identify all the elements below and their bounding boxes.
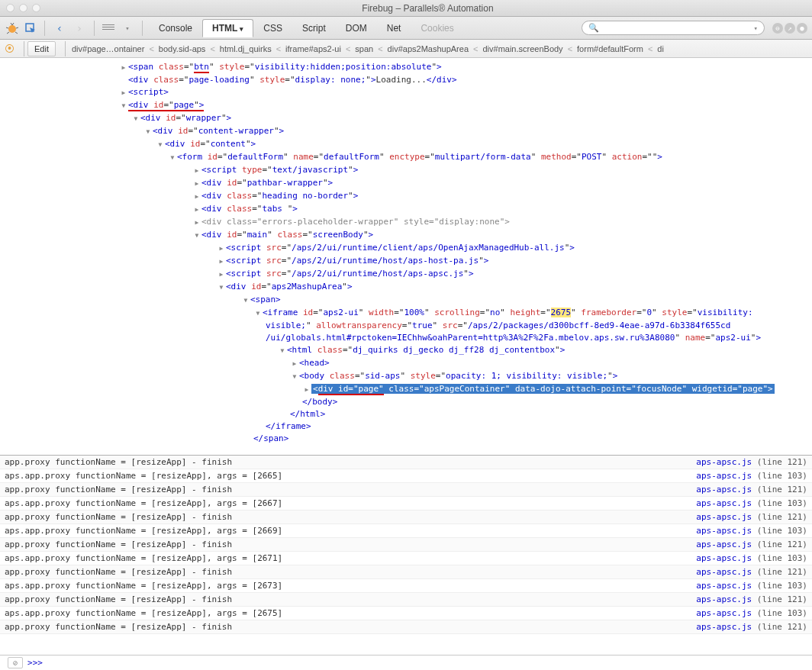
console-message: app.proxy functionName = [resizeApp] - f… [5,540,232,549]
console-source[interactable]: aps-apsc.js (line 103) [696,608,807,618]
breadcrumb-bar: ⦿ Edit div#page…ontainer < body.sid-aps … [0,40,812,58]
console-row: aps.app.proxy functionName = [resizeApp]… [0,524,812,538]
breakpoint-icon[interactable]: ⦿ [5,43,14,54]
search-input[interactable] [602,24,754,33]
console-input-bar: ⊘ >>> [0,655,812,670]
inspect-icon[interactable] [23,21,38,36]
console-row: app.proxy functionName = [resizeApp] - f… [0,456,812,469]
console-source[interactable]: aps-apsc.js (line 103) [696,498,807,508]
console-row: aps.app.proxy functionName = [resizeApp]… [0,607,812,620]
search-icon: 🔍 [588,23,599,33]
selected-node[interactable]: <div id="page" class="apsPageContainer" … [311,384,775,394]
crumb[interactable]: di [654,43,667,55]
firebug-icon[interactable] [5,21,20,36]
console-row: aps.app.proxy functionName = [resizeApp]… [0,552,812,565]
minimize-panel-icon[interactable]: ⊖ [772,23,783,34]
console-row: app.proxy functionName = [resizeApp] - f… [0,593,812,607]
console-message: app.proxy functionName = [resizeApp] - f… [5,594,232,604]
detach-panel-icon[interactable]: ↗ [785,23,795,34]
console-panel: app.proxy functionName = [resizeApp] - f… [0,455,812,655]
console-row: aps.app.proxy functionName = [resizeApp]… [0,579,812,593]
console-row: app.proxy functionName = [resizeApp] - f… [0,511,812,524]
close-window-icon[interactable] [6,4,14,12]
back-button[interactable]: ‹ [51,21,68,36]
console-source[interactable]: aps-apsc.js (line 121) [696,540,807,549]
crumb[interactable]: div#page…ontainer [69,43,147,55]
console-row: aps.app.proxy functionName = [resizeApp]… [0,469,812,483]
console-message: aps.app.proxy functionName = [resizeApp]… [5,498,282,508]
console-message: app.proxy functionName = [resizeApp] - f… [5,457,232,467]
crumb[interactable]: body.sid-aps [156,43,209,55]
console-source[interactable]: aps-apsc.js (line 103) [696,471,807,481]
console-prompt: >>> [27,658,43,668]
console-source[interactable]: aps-apsc.js (line 103) [696,526,807,536]
console-source[interactable]: aps-apsc.js (line 121) [696,512,807,522]
crumb[interactable]: form#defaultForm [574,43,646,55]
window-title: Firebug – Parallels® Automation [50,3,806,14]
tab-console[interactable]: Console [149,19,202,37]
tab-dom[interactable]: DOM [336,19,377,37]
console-message: app.proxy functionName = [resizeApp] - f… [5,485,232,494]
close-panel-icon[interactable]: ● [797,23,807,34]
console-source[interactable]: aps-apsc.js (line 121) [696,457,807,467]
crumb[interactable]: iframe#aps2-ui [282,43,344,55]
console-message: app.proxy functionName = [resizeApp] - f… [5,622,232,632]
crumb[interactable]: div#main.screenBody [479,43,566,55]
console-input[interactable] [47,658,807,668]
console-row: app.proxy functionName = [resizeApp] - f… [0,565,812,579]
panel-menu-icon[interactable] [101,22,116,34]
panel-menu-dropdown[interactable]: ▾ [119,21,136,36]
console-message: aps.app.proxy functionName = [resizeApp]… [5,553,282,563]
crumb[interactable]: span [352,43,376,55]
search-box[interactable]: 🔍 ▾ [582,21,765,35]
main-toolbar: ‹ › ▾ Console HTML▾ CSS Script DOM Net C… [0,17,812,40]
console-row: app.proxy functionName = [resizeApp] - f… [0,620,812,634]
console-source[interactable]: aps-apsc.js (line 121) [696,622,807,632]
forward-button[interactable]: › [71,21,88,36]
crumb[interactable]: html.dj_quirks [217,43,275,55]
minimize-window-icon[interactable] [19,4,27,12]
console-source[interactable]: aps-apsc.js (line 121) [696,485,807,494]
edit-button[interactable]: Edit [27,41,56,56]
titlebar: Firebug – Parallels® Automation [0,0,812,17]
crumb[interactable]: div#aps2MashupArea [385,43,472,55]
console-row: app.proxy functionName = [resizeApp] - f… [0,538,812,552]
console-source[interactable]: aps-apsc.js (line 103) [696,553,807,563]
console-source[interactable]: aps-apsc.js (line 121) [696,567,807,577]
console-message: aps.app.proxy functionName = [resizeApp]… [5,581,282,591]
tab-net[interactable]: Net [377,19,411,37]
console-row: aps.app.proxy functionName = [resizeApp]… [0,497,812,511]
console-source[interactable]: aps-apsc.js (line 103) [696,581,807,591]
clear-console-icon[interactable]: ⊘ [8,657,23,668]
zoom-window-icon[interactable] [32,4,40,12]
console-message: aps.app.proxy functionName = [resizeApp]… [5,471,282,481]
tab-css[interactable]: CSS [253,19,292,37]
html-tree[interactable]: <span class="btn" style="visibility:hidd… [0,58,812,455]
console-row: app.proxy functionName = [resizeApp] - f… [0,483,812,497]
console-message: aps.app.proxy functionName = [resizeApp]… [5,608,282,618]
tab-cookies[interactable]: Cookies [411,19,463,37]
console-message: aps.app.proxy functionName = [resizeApp]… [5,526,282,536]
tab-script[interactable]: Script [292,19,336,37]
console-message: app.proxy functionName = [resizeApp] - f… [5,512,232,522]
console-source[interactable]: aps-apsc.js (line 121) [696,594,807,604]
svg-point-0 [8,25,16,33]
console-message: app.proxy functionName = [resizeApp] - f… [5,567,232,577]
tab-html[interactable]: HTML▾ [202,19,253,37]
